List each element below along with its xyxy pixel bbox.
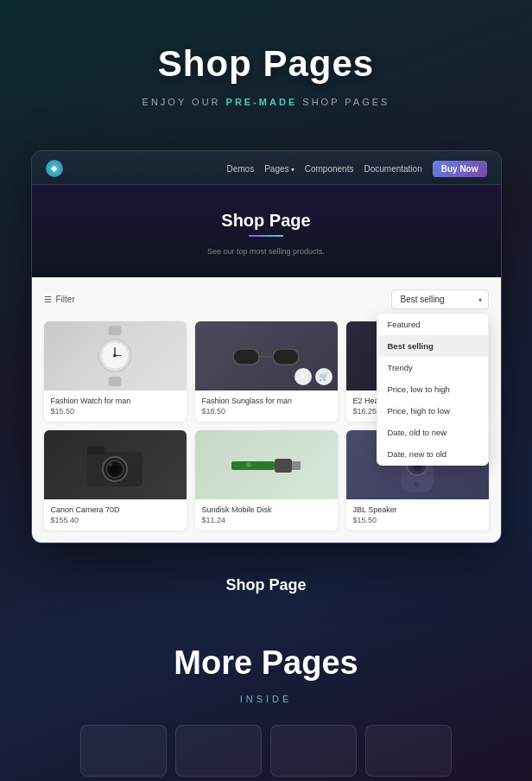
svg-rect-0 [109,326,122,335]
product-card-watch: Fashion Watch for man $15.50 [44,321,187,422]
product-name-sunglass: Fashion Sunglass for man [202,397,331,405]
products-section: ☰ Filter Best selling Featured Trendy Pr… [32,277,501,543]
sort-option-trendy[interactable]: Trendy [377,357,488,378]
product-image-usb [195,430,338,499]
product-image-sunglass: 👁 🛒 [195,321,338,390]
product-price-watch: $15.50 [51,407,180,416]
product-card-usb: Sundisk Mobile Disk $11.24 [195,430,338,530]
svg-rect-7 [233,349,259,365]
svg-point-19 [109,463,112,467]
product-card-camera: Canon Camera 70D $155.40 [44,430,187,530]
subtitle-prefix: ENJOY OUR [142,97,226,107]
subtitle-highlight: PRE-MADE [226,97,298,107]
sort-option-date-old[interactable]: Date, old to new [377,422,488,443]
svg-rect-22 [292,461,301,470]
svg-rect-20 [231,461,275,470]
more-box-4 [365,725,452,777]
filter-icon: ☰ [44,295,52,304]
inner-page-title: Shop Page [221,211,310,237]
more-box-1 [80,725,167,777]
brand-logo: ◆ [46,160,63,177]
eye-icon[interactable]: 👁 [294,368,312,385]
svg-rect-8 [273,349,299,365]
nav-demos[interactable]: Demos [226,164,254,174]
cart-icon[interactable]: 🛒 [315,368,332,385]
product-info-sunglass: Fashion Sunglass for man $18.50 [195,390,338,422]
product-info-usb: Sundisk Mobile Disk $11.24 [195,499,338,530]
sort-option-featured[interactable]: Featured [377,314,488,335]
more-box-3 [270,725,357,777]
product-name-camera: Canon Camera 70D [51,505,180,514]
svg-point-18 [111,465,119,473]
product-name-speaker: JBL Speaker [353,505,482,514]
product-price-usb: $11.24 [202,516,331,524]
more-pages-subtitle: INSIDE [17,694,515,704]
svg-rect-1 [109,377,122,386]
svg-point-23 [246,462,251,467]
header-section: Shop Pages ENJOY OUR PRE-MADE SHOP PAGES [0,0,532,133]
product-image-camera [44,430,187,499]
main-title: Shop Pages [17,43,515,85]
more-pages-section: More Pages INSIDE [0,610,532,781]
nav-components[interactable]: Components [305,164,354,174]
filter-label: Filter [56,295,75,304]
bottom-label: Shop Page [0,561,532,610]
camera-svg [80,439,149,491]
nav-bar: Demos Pages Components Documentation Buy… [226,161,486,177]
sort-select[interactable]: Best selling Featured Trendy Price, low … [391,289,489,309]
browser-chrome: ◆ Demos Pages Components Documentation B… [32,151,501,185]
nav-pages[interactable]: Pages [264,164,294,174]
svg-rect-21 [275,459,292,473]
svg-point-29 [415,482,420,487]
sort-option-date-new[interactable]: Date, new to old [377,443,488,465]
filter-bar: ☰ Filter Best selling Featured Trendy Pr… [44,289,489,309]
product-price-sunglass: $18.50 [202,407,331,416]
usb-svg [227,448,305,482]
sort-option-price-low[interactable]: Price, low to high [377,378,488,400]
product-price-camera: $155.40 [51,516,180,524]
more-box-2 [175,725,262,777]
sort-option-bestselling[interactable]: Best selling [377,335,488,357]
sort-dropdown-popup: Featured Best selling Trendy Price, low … [377,313,489,466]
product-info-camera: Canon Camera 70D $155.40 [44,499,187,530]
nav-documentation[interactable]: Documentation [364,164,421,174]
subtitle-suffix: SHOP PAGES [297,97,390,107]
product-name-watch: Fashion Watch for man [51,397,180,405]
product-price-speaker: $15.50 [353,516,482,524]
inner-page-subtitle: See our top most selling products. [49,247,484,256]
filter-button[interactable]: ☰ Filter [44,295,75,304]
subtitle: ENJOY OUR PRE-MADE SHOP PAGES [17,97,515,107]
watch-svg [89,326,141,386]
product-card-sunglass: 👁 🛒 Fashion Sunglass for man $18.50 [195,321,338,422]
product-info-watch: Fashion Watch for man $15.50 [44,390,187,422]
svg-rect-15 [87,446,104,454]
more-pages-boxes [17,725,515,777]
more-pages-title: More Pages [17,644,515,682]
product-name-usb: Sundisk Mobile Disk [202,505,331,514]
product-info-speaker: JBL Speaker $15.50 [346,499,489,530]
sunglass-svg [231,339,301,373]
preview-card: ◆ Demos Pages Components Documentation B… [31,150,502,543]
inner-page-header: Shop Page See our top most selling produ… [32,185,501,277]
sort-option-price-high[interactable]: Price, high to low [377,400,488,422]
buy-now-button[interactable]: Buy Now [433,161,487,177]
sort-dropdown[interactable]: Best selling Featured Trendy Price, low … [391,289,489,309]
product-image-watch [44,321,187,390]
svg-point-6 [113,354,117,358]
